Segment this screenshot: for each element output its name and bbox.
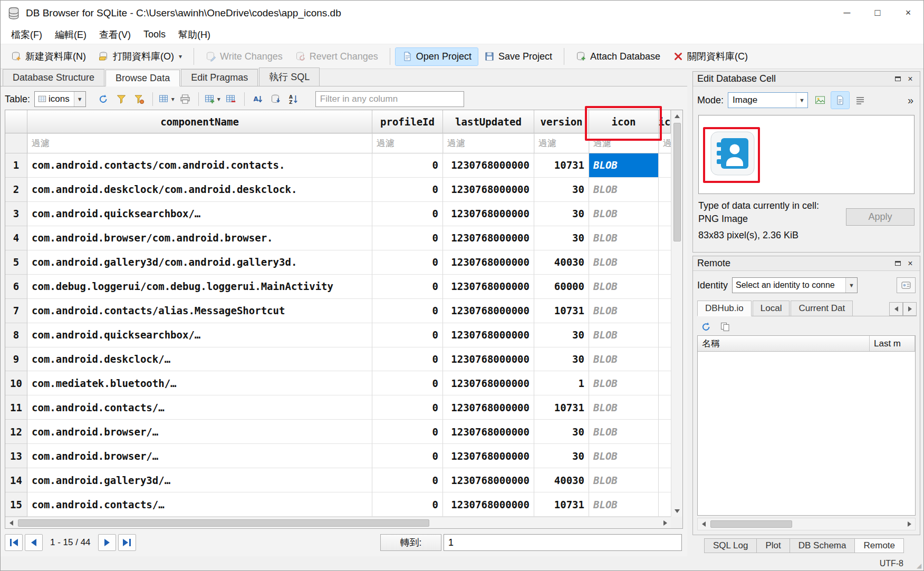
identity-certificate-button[interactable] [897,277,916,293]
maximize-button[interactable]: □ [862,1,893,25]
row-number[interactable]: 11 [5,395,27,420]
chevron-down-icon[interactable]: ▼ [74,92,85,107]
row-number[interactable]: 10 [5,371,27,395]
cell-componentName[interactable]: com.android.browser/… [27,444,372,468]
cell-extra[interactable] [659,468,671,492]
cell-icon[interactable]: BLOB [589,275,659,299]
print-button[interactable] [176,91,194,108]
edit-cell-image-button[interactable] [811,92,829,109]
attach-database-button[interactable]: Attach Database [570,48,667,65]
remote-tab-dbhub[interactable]: DBHub.io [697,301,752,316]
column-header-icon[interactable]: icon [589,110,659,133]
float-panel-icon[interactable] [891,73,904,85]
cell-profileId[interactable]: 0 [372,275,443,299]
cell-icon[interactable]: BLOB [589,226,659,250]
cell-version[interactable]: 30 [534,323,589,347]
tab-scroll-left-button[interactable] [889,302,903,316]
goto-button[interactable]: 轉到: [380,534,441,551]
dock-tab-db-schema[interactable]: DB Schema [790,538,855,553]
column-header-lastUpdated[interactable]: lastUpdated [443,110,534,133]
cell-profileId[interactable]: 0 [372,347,443,372]
close-panel-icon[interactable]: × [904,258,917,269]
horizontal-scrollbar[interactable] [5,517,671,528]
filter-options-button[interactable] [130,91,148,108]
float-panel-icon[interactable] [891,258,904,269]
cell-version[interactable]: 30 [534,202,589,226]
row-number[interactable]: 5 [5,250,27,275]
table-selector[interactable]: icons ▼ [34,91,86,107]
edit-cell-format-button[interactable] [851,92,869,109]
row-number[interactable]: 6 [5,275,27,299]
dock-tab-remote[interactable]: Remote [854,538,904,553]
cell-extra[interactable] [659,444,671,468]
fetch-data-button[interactable] [267,91,285,108]
cell-componentName[interactable]: com.android.quicksearchbox/… [27,323,372,347]
cell-componentName[interactable]: com.android.quicksearchbox/… [27,202,372,226]
cell-extra[interactable] [659,299,671,323]
resize-grip[interactable]: ◢ [917,563,923,569]
cell-version[interactable]: 30 [534,420,589,444]
cell-profileId[interactable]: 0 [372,492,443,517]
row-number[interactable]: 8 [5,323,27,347]
new-database-button[interactable]: 新建資料庫(N) [5,47,92,66]
cell-profileId[interactable]: 0 [372,468,443,492]
column-header-componentName[interactable]: componentName [27,110,372,133]
cell-profileId[interactable]: 0 [372,299,443,323]
cell-icon[interactable]: BLOB [589,468,659,492]
sort-asc-button[interactable]: A [249,91,267,108]
tab-scroll-right-button[interactable] [903,302,917,316]
cell-version[interactable]: 30 [534,178,589,202]
cell-version[interactable]: 1 [534,371,589,395]
remote-column-name[interactable]: 名稱 [698,336,870,351]
cell-icon[interactable]: BLOB [589,178,659,202]
cell-extra[interactable] [659,371,671,395]
goto-input[interactable] [444,534,682,551]
cell-lastUpdated[interactable]: 1230768000000 [443,371,534,395]
scroll-right-button[interactable] [659,517,671,529]
cell-lastUpdated[interactable]: 1230768000000 [443,323,534,347]
cell-extra[interactable] [659,420,671,444]
cell-extra[interactable] [659,323,671,347]
scroll-right-button[interactable] [903,518,915,530]
chevron-down-icon[interactable]: ▼ [845,278,857,293]
new-record-button[interactable]: ▾ [203,91,222,108]
close-button[interactable]: × [893,1,923,25]
cell-componentName[interactable]: com.android.contacts/… [27,395,372,420]
filter-input-componentName[interactable]: 過濾 [27,133,372,153]
column-header-profileId[interactable]: profileId [372,110,443,133]
remote-horizontal-scrollbar[interactable] [697,518,916,530]
cell-componentName[interactable]: com.android.contacts/alias.MessageShortc… [27,299,372,323]
delete-record-button[interactable] [222,91,240,108]
filter-input-ic[interactable]: 過濾 [659,133,671,153]
cell-lastUpdated[interactable]: 1230768000000 [443,250,534,275]
row-number[interactable]: 4 [5,226,27,250]
overflow-chevron-icon[interactable]: » [906,94,916,107]
vertical-scrollbar[interactable] [671,110,682,517]
row-number[interactable]: 13 [5,444,27,468]
dock-tab-plot[interactable]: Plot [756,538,789,553]
remote-scrollbar-thumb[interactable] [710,520,792,528]
close-panel-icon[interactable]: × [904,73,917,85]
tab-browse-data[interactable]: Browse Data [105,70,180,86]
cell-componentName[interactable]: com.android.deskclock/… [27,347,372,372]
cell-lastUpdated[interactable]: 1230768000000 [443,178,534,202]
remote-column-last-modified[interactable]: Last m [870,336,915,351]
cell-profileId[interactable]: 0 [372,153,443,178]
menu-edit[interactable]: 編輯(E) [49,25,93,44]
row-number[interactable]: 12 [5,420,27,444]
clear-filter-button[interactable] [112,91,130,108]
cell-extra[interactable] [659,492,671,517]
vertical-scrollbar-thumb[interactable] [673,123,681,241]
cell-componentName[interactable]: com.android.contacts/com.android.contact… [27,153,372,178]
filter-input-icon[interactable]: 過濾 [589,133,659,153]
save-results-button[interactable]: ▾ [157,91,176,108]
menu-tools[interactable]: Tools [137,25,172,44]
cell-extra[interactable] [659,275,671,299]
open-database-button[interactable]: 打開資料庫(O)▾ [92,47,188,66]
cell-icon[interactable]: BLOB [589,492,659,517]
chevron-down-icon[interactable]: ▼ [796,93,807,108]
cell-version[interactable]: 30 [534,226,589,250]
last-record-button[interactable] [118,534,136,551]
column-header-ic[interactable]: ic [659,110,671,133]
remote-clone-button[interactable] [717,320,733,334]
